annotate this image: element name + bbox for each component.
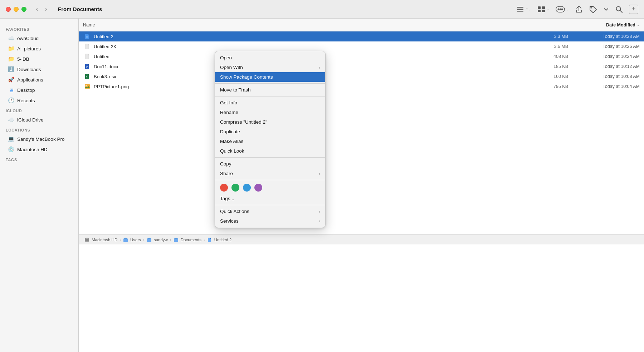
tag-purple[interactable] <box>254 184 262 192</box>
ctx-quick-actions-arrow: › <box>319 209 320 214</box>
file-name-untitled2k: Untitled 2K <box>94 44 540 49</box>
forward-button[interactable]: › <box>43 5 49 14</box>
file-row[interactable]: Untitled 408 KB Today at 10:24 AM <box>79 51 644 61</box>
svg-rect-31 <box>174 239 178 242</box>
hd-icon: 💿 <box>8 146 14 153</box>
share-button[interactable] <box>575 5 582 13</box>
ctx-compress[interactable]: Compress "Untitled 2" <box>215 117 325 127</box>
file-row[interactable]: W Doc11.docx 185 KB Today at 10:12 AM <box>79 61 644 71</box>
ctx-get-info[interactable]: Get Info <box>215 98 325 108</box>
sidebar-item-applications[interactable]: 🚀 Applications <box>2 75 76 85</box>
sidebar-item-downloads[interactable]: ⬇️ Downloads <box>2 64 76 74</box>
breadcrumb-sandyw[interactable]: sandyw <box>154 238 168 242</box>
ctx-share[interactable]: Share › <box>215 169 325 178</box>
ctx-quick-actions[interactable]: Quick Actions › <box>215 207 325 216</box>
breadcrumb-untitled2[interactable]: Untitled 2 <box>214 238 232 242</box>
title-bar: ‹ › From Documents ⌃⌄ ⌄ <box>0 0 644 19</box>
desktop-icon: 🖥 <box>8 87 14 93</box>
sidebar-label-desktop: Desktop <box>17 88 35 93</box>
recents-icon: 🕐 <box>8 97 14 104</box>
sidebar-item-macintoshhd[interactable]: 💿 Macintosh HD <box>2 144 76 154</box>
ctx-tags-label[interactable]: Tags... <box>215 194 325 203</box>
sidebar-label-macbookpro: Sandy's MacBook Pro <box>17 137 64 142</box>
file-size-pptpicture: 795 KB <box>540 84 568 89</box>
ctx-services[interactable]: Services › <box>215 216 325 226</box>
fullscreen-button[interactable] <box>21 7 26 12</box>
file-row[interactable]: PPTPicture1.png 795 KB Today at 10:04 AM <box>79 81 644 91</box>
file-size-untitled: 408 KB <box>540 54 568 59</box>
file-size-untitled2: 3.3 MB <box>540 34 568 39</box>
ctx-duplicate[interactable]: Duplicate <box>215 127 325 137</box>
image-icon <box>84 84 90 89</box>
sidebar-label-recents: Recents <box>17 98 35 103</box>
ctx-open-with-arrow: › <box>319 65 320 70</box>
add-button[interactable]: + <box>629 5 638 14</box>
file-icon <box>84 44 90 49</box>
svg-rect-15 <box>86 36 88 36</box>
tag-button[interactable] <box>589 5 597 13</box>
file-date-untitled2: Today at 10:28 AM <box>568 34 640 39</box>
file-row[interactable]: X Book3.xlsx 160 KB Today at 10:08 AM <box>79 71 644 81</box>
owncloud-icon: ☁️ <box>8 35 14 41</box>
sidebar-label-icloud: iCloud Drive <box>17 117 44 123</box>
breadcrumb-macintoshhd[interactable]: Macintosh HD <box>92 238 117 242</box>
allpictures-icon: 📁 <box>8 45 14 52</box>
file-date-pptpicture: Today at 10:04 AM <box>568 84 640 89</box>
ctx-open-with[interactable]: Open With › <box>215 63 325 72</box>
tag-green[interactable] <box>231 184 239 192</box>
sort-icon: ⌄ <box>637 23 640 27</box>
collapse-button[interactable] <box>603 6 609 12</box>
sidebar-label-5idb: 5-iDB <box>17 56 29 62</box>
ctx-quick-look[interactable]: Quick Look <box>215 146 325 156</box>
ctx-move-to-trash[interactable]: Move to Trash <box>215 85 325 95</box>
sidebar-item-allpictures[interactable]: 📁 All pictures <box>2 44 76 54</box>
ctx-divider-3 <box>215 157 325 158</box>
svg-rect-16 <box>86 37 88 38</box>
svg-rect-4 <box>542 6 545 9</box>
sidebar-item-owncloud[interactable]: ☁️ ownCloud <box>2 33 76 43</box>
column-date-modified: Date Modified ⌄ <box>606 23 640 28</box>
minimize-button[interactable] <box>14 7 19 12</box>
icloud-icon: ☁️ <box>8 116 14 123</box>
svg-line-13 <box>620 10 622 13</box>
tag-blue[interactable] <box>243 184 251 192</box>
ctx-show-package-contents[interactable]: Show Package Contents <box>215 72 325 82</box>
more-options-button[interactable]: ⌄ <box>556 6 569 13</box>
ctx-make-alias[interactable]: Make Alias <box>215 137 325 146</box>
share-icon <box>575 5 582 13</box>
sidebar-label-applications: Applications <box>17 77 43 83</box>
breadcrumb-documents[interactable]: Documents <box>181 238 201 242</box>
file-date-doc11: Today at 10:12 AM <box>568 64 640 69</box>
sidebar-item-icloud[interactable]: ☁️ iCloud Drive <box>2 115 76 125</box>
chevron-down-icon <box>603 6 609 12</box>
sidebar-item-recents[interactable]: 🕐 Recents <box>2 95 76 105</box>
sidebar-item-5idb[interactable]: 📁 5-iDB <box>2 54 76 64</box>
back-button[interactable]: ‹ <box>34 5 40 14</box>
file-row[interactable]: Untitled 2 3.3 MB Today at 10:28 AM <box>79 31 644 41</box>
sidebar-section-icloud: iCloud <box>0 106 78 114</box>
file-icon-untitled2 <box>83 34 92 39</box>
svg-rect-29 <box>147 239 151 242</box>
empty-area <box>79 91 644 234</box>
sidebar-item-desktop[interactable]: 🖥 Desktop <box>2 85 76 95</box>
svg-rect-5 <box>538 10 541 12</box>
view-grid-button[interactable]: ⌄ <box>537 6 549 13</box>
file-row[interactable]: Untitled 2K 3.6 MB Today at 10:26 AM <box>79 41 644 51</box>
applications-icon: 🚀 <box>8 76 14 83</box>
file-date-untitled: Today at 10:24 AM <box>568 54 640 59</box>
ctx-share-arrow: › <box>319 171 320 176</box>
list-icon <box>516 6 524 13</box>
ctx-copy[interactable]: Copy <box>215 159 325 169</box>
ctx-open[interactable]: Open <box>215 53 325 63</box>
svg-point-7 <box>558 8 560 10</box>
search-button[interactable] <box>615 6 623 13</box>
tag-red[interactable] <box>220 184 228 192</box>
close-button[interactable] <box>6 7 11 12</box>
macintoshhd-breadcrumb-icon <box>84 237 89 242</box>
ctx-rename[interactable]: Rename <box>215 108 325 117</box>
file-icon-untitled2k <box>83 44 92 49</box>
more-chevron: ⌄ <box>566 7 569 11</box>
sidebar-item-macbookpro[interactable]: 💻 Sandy's MacBook Pro <box>2 134 76 144</box>
view-list-button[interactable]: ⌃⌄ <box>516 6 531 13</box>
breadcrumb-users[interactable]: Users <box>130 238 141 242</box>
